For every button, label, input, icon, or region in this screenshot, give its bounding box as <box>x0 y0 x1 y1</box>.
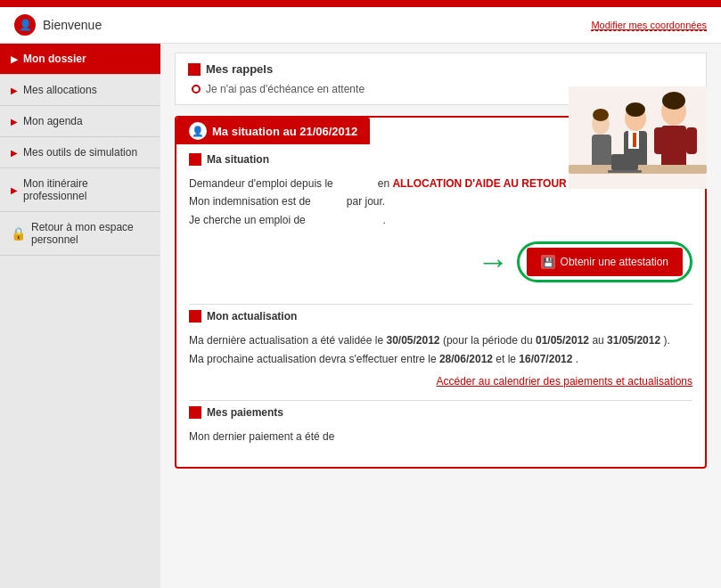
paiements-title: Mes paiements <box>189 406 692 421</box>
situation-card-body: Ma situation Demandeur d'emploi depuis l… <box>176 144 705 467</box>
sidebar-item-retour-espace[interactable]: 🔒 Retour à mon espace personnel <box>0 212 160 256</box>
sidebar-label-mon-agenda: Mon agenda <box>23 115 83 127</box>
svg-point-13 <box>593 109 609 121</box>
arrow-icon-4: ▶ <box>11 148 18 158</box>
lock-icon: 🔒 <box>11 226 26 241</box>
calendrier-link[interactable]: Accéder au calendrier des paiements et a… <box>189 375 692 388</box>
mes-paiements-section: Mes paiements Mon dernier paiement a été… <box>189 406 692 445</box>
arrow-icon-3: ▶ <box>11 117 18 127</box>
situation-line3-prefix: Je cherche un emploi de <box>189 214 306 226</box>
sidebar-item-mes-allocations[interactable]: ▶ Mes allocations <box>0 75 160 106</box>
svg-rect-9 <box>633 133 636 147</box>
sidebar-item-mes-outils[interactable]: ▶ Mes outils de simulation <box>0 137 160 168</box>
red-square-icon-4 <box>189 406 201 419</box>
bienvenue-label: Bienvenue <box>43 18 102 32</box>
actu-date2: 01/05/2012 <box>536 334 589 347</box>
svg-rect-4 <box>686 127 697 154</box>
actu-date1: 30/05/2012 <box>386 334 439 347</box>
actualisation-title-text: Mon actualisation <box>207 310 297 323</box>
sidebar-label-mes-allocations: Mes allocations <box>23 84 97 96</box>
header-left: 👤 Bienvenue <box>14 14 102 36</box>
actu-line1-text: Ma dernière actualisation a été validée … <box>189 334 383 347</box>
attestation-area: → 💾 Obtenir une attestation <box>189 236 692 291</box>
rappels-title: Mes rappels <box>188 62 693 76</box>
main-wrapper: Mes rappels Je n'ai pas d'échéance en at… <box>175 53 707 469</box>
sidebar-label-retour: Retour à mon espace personnel <box>31 221 150 246</box>
svg-rect-16 <box>608 170 642 173</box>
attestation-button[interactable]: 💾 Obtenir une attestation <box>527 248 683 276</box>
main-content: Mes rappels Je n'ai pas d'échéance en at… <box>160 44 721 588</box>
situation-card-header: 👤 Ma situation au 21/06/2012 <box>176 118 370 144</box>
situation-line1-prefix: Demandeur d'emploi depuis le <box>189 177 333 190</box>
arrow-icon: ▶ <box>11 54 18 64</box>
situation-line1-date <box>336 177 374 190</box>
oval-annotation: 💾 Obtenir une attestation <box>517 241 692 282</box>
paiements-line1: Mon dernier paiement a été de <box>189 430 334 443</box>
sidebar-item-mon-dossier[interactable]: ▶ Mon dossier <box>0 44 160 75</box>
actu-to: au <box>592 334 607 347</box>
svg-point-5 <box>662 92 685 110</box>
situation-line1-suffix: en <box>378 177 389 190</box>
paiements-text: Mon dernier paiement a été de <box>189 428 692 445</box>
main-layout: ▶ Mon dossier ▶ Mes allocations ▶ Mon ag… <box>0 44 721 588</box>
actu-date3: 31/05/2012 <box>607 334 660 347</box>
actu-line1-suffix: (pour la période du <box>443 334 536 347</box>
separator-1 <box>189 304 692 305</box>
svg-rect-2 <box>661 126 686 170</box>
red-square-icon-3 <box>189 310 201 323</box>
arrow-icon-2: ▶ <box>11 86 18 95</box>
bullet-circle-icon <box>192 85 201 94</box>
situation-card-icon: 👤 <box>189 122 207 140</box>
separator-2 <box>189 400 692 401</box>
actu-line1-end: ). <box>663 334 669 347</box>
sidebar-label-mon-dossier: Mon dossier <box>23 53 86 65</box>
sidebar-item-mon-itineraire[interactable]: ▶ Mon itinéraire professionnel <box>0 168 160 212</box>
office-people-image <box>569 86 707 189</box>
situation-line2-date <box>314 195 343 208</box>
situation-card-title: Ma situation au 21/06/2012 <box>212 125 357 138</box>
red-square-icon <box>188 63 201 76</box>
usb-icon: 💾 <box>541 255 555 269</box>
modifier-coordonnees-link[interactable]: Modifier mes coordonnées <box>591 20 707 31</box>
svg-rect-3 <box>654 127 665 154</box>
situation-line3-value <box>308 214 380 226</box>
ma-situation-title-text: Ma situation <box>207 153 269 166</box>
mon-actualisation-section: Mon actualisation Ma dernière actualisat… <box>189 310 692 388</box>
sidebar-item-mon-agenda[interactable]: ▶ Mon agenda <box>0 106 160 137</box>
actu-line2-end: . <box>576 353 578 365</box>
svg-point-10 <box>626 102 645 117</box>
actu-date4: 28/06/2012 <box>439 353 493 365</box>
actu-line2: Ma prochaine actualisation devra s'effec… <box>189 353 437 365</box>
user-icon: 👤 <box>14 14 36 36</box>
situation-line3-dot: . <box>382 214 385 226</box>
situation-line2-suffix: par jour. <box>347 195 385 208</box>
sidebar: ▶ Mon dossier ▶ Mes allocations ▶ Mon ag… <box>0 44 160 588</box>
sidebar-label-mon-itineraire: Mon itinéraire professionnel <box>23 177 150 202</box>
rappels-title-text: Mes rappels <box>206 62 273 76</box>
sidebar-label-mes-outils: Mes outils de simulation <box>23 146 137 159</box>
actualisation-text: Ma dernière actualisation a été validée … <box>189 331 692 368</box>
paiements-title-text: Mes paiements <box>207 406 283 419</box>
situation-line2-prefix: Mon indemnisation est de <box>189 195 311 208</box>
actu-and: et le <box>496 353 519 365</box>
attestation-button-label: Obtenir une attestation <box>561 256 668 268</box>
arrow-icon-5: ▶ <box>11 185 18 195</box>
red-square-icon-2 <box>189 153 201 166</box>
svg-rect-15 <box>611 154 638 170</box>
header: 👤 Bienvenue Modifier mes coordonnées <box>0 7 721 44</box>
actu-date5: 16/07/2012 <box>519 353 572 365</box>
actualisation-title: Mon actualisation <box>189 310 692 324</box>
arrow-annotation: → <box>478 243 510 281</box>
rappel-text: Je n'ai pas d'échéance en attente <box>206 83 365 95</box>
